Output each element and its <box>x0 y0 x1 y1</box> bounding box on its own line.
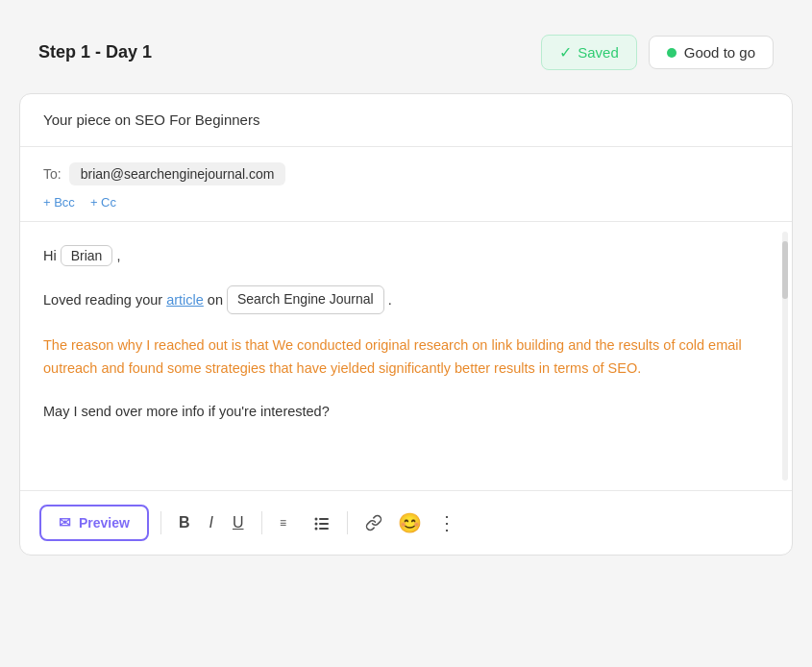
article-on: on <box>208 288 223 312</box>
hi-comma: , <box>116 248 120 263</box>
article-prefix: Loved reading your <box>43 288 162 312</box>
email-card: Your piece on SEO For Beginners To: bria… <box>19 93 793 556</box>
svg-point-3 <box>314 523 317 526</box>
ordered-list-button[interactable]: ≡ <box>274 511 301 534</box>
italic-button[interactable]: I <box>204 510 219 535</box>
good-to-go-label: Good to go <box>684 44 755 61</box>
svg-rect-2 <box>319 518 329 520</box>
scrollbar-thumb[interactable] <box>782 241 788 299</box>
recipient-email-chip[interactable]: brian@searchenginejournal.com <box>69 162 286 185</box>
to-row: To: brian@searchenginejournal.com <box>43 162 769 185</box>
good-to-go-badge: Good to go <box>649 36 774 69</box>
orange-paragraph: The reason why I reached out is that We … <box>43 334 769 381</box>
publication-chip[interactable]: Search Engine Journal <box>227 285 384 314</box>
svg-point-1 <box>314 518 317 521</box>
closing-text: May I send over more info if you're inte… <box>43 400 769 424</box>
more-options-button[interactable]: ⋮ <box>431 509 463 536</box>
toolbar-divider-2 <box>261 511 262 534</box>
green-dot-icon <box>667 48 677 58</box>
subject-text: Your piece on SEO For Beginners <box>43 111 259 128</box>
bold-button[interactable]: B <box>173 510 196 535</box>
email-body[interactable]: Hi Brian , Loved reading your article on… <box>20 222 792 491</box>
svg-text:≡: ≡ <box>280 516 286 530</box>
page-container: Step 1 - Day 1 ✓ Saved Good to go Your p… <box>19 19 793 556</box>
subject-section: Your piece on SEO For Beginners <box>20 94 792 147</box>
svg-point-5 <box>314 528 317 531</box>
toolbar: ✉ Preview B I U ≡ <box>20 491 792 555</box>
link-button[interactable] <box>359 510 388 535</box>
article-link[interactable]: article <box>166 288 204 312</box>
to-label: To: <box>43 166 62 182</box>
bcc-cc-row: + Bcc + Cc <box>43 195 769 210</box>
article-suffix: . <box>388 288 392 312</box>
toolbar-divider-3 <box>347 511 348 534</box>
svg-rect-4 <box>319 523 329 525</box>
mail-icon: ✉ <box>59 514 71 531</box>
article-line: Loved reading your article on Search Eng… <box>43 285 769 314</box>
saved-badge: ✓ Saved <box>541 35 637 70</box>
emoji-button[interactable]: 😊 <box>396 509 424 536</box>
check-icon: ✓ <box>559 43 572 62</box>
recipients-section: To: brian@searchenginejournal.com + Bcc … <box>20 147 792 222</box>
toolbar-divider <box>160 511 161 534</box>
scrollbar-track[interactable] <box>782 232 788 481</box>
hi-line: Hi Brian , <box>43 245 769 266</box>
hi-text: Hi <box>43 248 57 263</box>
svg-rect-6 <box>319 528 329 530</box>
header: Step 1 - Day 1 ✓ Saved Good to go <box>19 19 793 93</box>
saved-label: Saved <box>578 44 619 61</box>
preview-label: Preview <box>79 515 130 531</box>
preview-button[interactable]: ✉ Preview <box>39 505 149 541</box>
name-chip[interactable]: Brian <box>61 245 113 266</box>
bcc-link[interactable]: + Bcc <box>43 195 75 210</box>
step-title: Step 1 - Day 1 <box>38 42 152 62</box>
cc-link[interactable]: + Cc <box>90 195 116 210</box>
header-actions: ✓ Saved Good to go <box>541 35 774 70</box>
underline-button[interactable]: U <box>227 510 250 535</box>
unordered-list-button[interactable] <box>308 511 335 534</box>
